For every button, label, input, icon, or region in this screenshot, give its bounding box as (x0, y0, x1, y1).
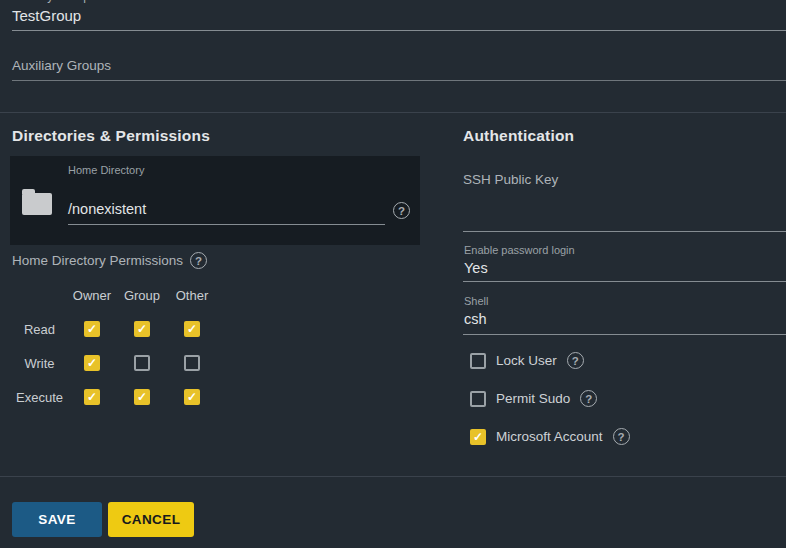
permissions-row-read-label: Read (24, 322, 55, 337)
permit-sudo-label: Permit Sudo (496, 391, 570, 406)
folder-icon (22, 193, 52, 215)
section-divider (0, 112, 786, 113)
checkbox-lock-user[interactable] (470, 353, 486, 369)
directories-permissions-heading: Directories & Permissions (12, 127, 210, 145)
home-directory-help-icon[interactable]: ? (393, 202, 410, 219)
checkbox-microsoft-account[interactable] (470, 429, 486, 445)
checkbox-read-other[interactable] (184, 321, 200, 337)
home-directory-permissions-label: Home Directory Permissions (12, 253, 183, 268)
permit-sudo-help-icon[interactable]: ? (580, 390, 597, 407)
checkbox-execute-owner[interactable] (84, 389, 100, 405)
checkbox-write-group[interactable] (134, 355, 150, 371)
permissions-col-owner: Owner (73, 288, 111, 303)
microsoft-account-help-icon[interactable]: ? (613, 428, 630, 445)
home-directory-underline (68, 224, 385, 225)
enable-password-login-label: Enable password login (464, 244, 575, 256)
permissions-grid: Owner Group Other Read Write Execute (12, 287, 217, 405)
home-directory-label: Home Directory (68, 164, 144, 176)
enable-password-login-underline (463, 281, 786, 282)
auxiliary-groups-underline (12, 80, 786, 81)
primary-group-input[interactable]: TestGroup (12, 7, 81, 24)
home-directory-permissions-help-icon[interactable]: ? (190, 252, 207, 269)
ssh-public-key-label: SSH Public Key (463, 172, 558, 187)
ssh-public-key-textarea[interactable] (463, 192, 786, 230)
primary-group-label-clipped: Primary Group (12, 0, 212, 3)
home-directory-input[interactable]: /nonexistent (68, 201, 146, 217)
checkbox-write-owner[interactable] (84, 355, 100, 371)
permissions-col-group: Group (124, 288, 160, 303)
auxiliary-groups-label: Auxiliary Groups (12, 58, 111, 73)
permissions-row-write-label: Write (24, 356, 54, 371)
cancel-button[interactable]: CANCEL (108, 502, 194, 537)
save-button[interactable]: SAVE (12, 502, 102, 537)
shell-select[interactable]: csh (464, 311, 487, 327)
shell-underline (463, 334, 786, 335)
lock-user-label: Lock User (496, 353, 557, 368)
shell-label: Shell (464, 295, 488, 307)
ssh-public-key-underline (463, 231, 786, 232)
checkbox-execute-other[interactable] (184, 389, 200, 405)
checkbox-permit-sudo[interactable] (470, 391, 486, 407)
checkbox-write-other[interactable] (184, 355, 200, 371)
primary-group-underline (12, 30, 786, 31)
permissions-col-other: Other (176, 288, 209, 303)
permissions-row-execute-label: Execute (16, 390, 63, 405)
checkbox-read-owner[interactable] (84, 321, 100, 337)
lock-user-help-icon[interactable]: ? (567, 352, 584, 369)
checkbox-execute-group[interactable] (134, 389, 150, 405)
footer-divider (0, 476, 786, 477)
checkbox-read-group[interactable] (134, 321, 150, 337)
authentication-heading: Authentication (463, 127, 574, 145)
enable-password-login-select[interactable]: Yes (464, 260, 488, 276)
microsoft-account-label: Microsoft Account (496, 429, 603, 444)
